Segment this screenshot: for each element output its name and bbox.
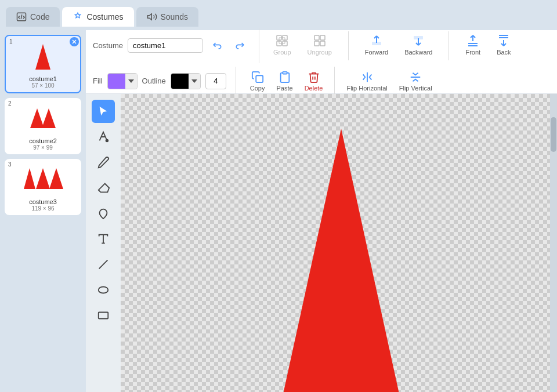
costume-name-label-1: costume1: [29, 75, 57, 82]
svg-rect-26: [99, 313, 108, 319]
flip-vertical-button[interactable]: Flip Vertical: [395, 68, 437, 94]
toolbar: Costume Group: [86, 30, 557, 94]
costume-num-3: 3: [8, 161, 12, 168]
canvas-area[interactable]: [121, 94, 557, 392]
svg-marker-1: [35, 44, 50, 70]
fill-section: Fill Outline: [93, 73, 226, 89]
canvas-background: [121, 94, 557, 392]
canvas-scrollbar[interactable]: [550, 94, 557, 392]
forward-button[interactable]: Forward: [360, 31, 393, 60]
svg-marker-3: [42, 108, 56, 128]
fill-color-swatch: [108, 74, 125, 89]
triangle-shape[interactable]: [277, 126, 405, 392]
fill-color-dropdown[interactable]: [125, 74, 137, 89]
tab-sounds[interactable]: Sounds: [136, 7, 198, 27]
flip-h-label: Flip Horizontal: [346, 85, 387, 92]
drawing-area: [86, 94, 557, 392]
outline-color-swatch: [171, 74, 189, 89]
back-button[interactable]: Back: [492, 31, 515, 60]
costume-name-input[interactable]: [128, 38, 203, 53]
svg-rect-13: [314, 41, 319, 46]
costume-size-2: 97 × 99: [33, 144, 53, 151]
ungroup-label: Ungroup: [308, 49, 332, 56]
tab-sounds-label: Sounds: [161, 12, 188, 21]
costume-size-3: 119 × 96: [31, 205, 54, 212]
eraser-tool[interactable]: [92, 176, 115, 199]
main-layout: 1 costume1 57 × 100 2 costume2 97 ×: [0, 30, 557, 392]
toolbar-divider-4: [236, 67, 236, 96]
tab-costumes[interactable]: Costumes: [62, 7, 133, 27]
costume-name-label-3: costume3: [29, 198, 57, 205]
rectangle-tool[interactable]: [92, 304, 115, 327]
costume-item-3[interactable]: 3 costume3 119 × 96: [5, 159, 81, 215]
costume-size-1: 57 × 100: [31, 82, 54, 89]
group-label: Group: [273, 49, 291, 56]
canvas-scrollbar-thumb[interactable]: [551, 117, 556, 152]
back-label: Back: [497, 49, 511, 56]
fill-color-picker[interactable]: [107, 73, 138, 89]
costume-item-1[interactable]: 1 costume1 57 × 100: [5, 35, 81, 93]
toolbar-divider-5: [334, 67, 335, 96]
action-section: Copy Paste Delete Flip Horizontal: [245, 67, 437, 96]
group-section: Group Ungroup Forward Backward: [269, 31, 516, 60]
costume-name-label-2: costume2: [29, 137, 57, 144]
copy-button[interactable]: Copy: [245, 68, 270, 94]
backward-button[interactable]: Backward: [400, 31, 437, 60]
outline-value-input[interactable]: [205, 73, 226, 89]
copy-label: Copy: [250, 85, 265, 92]
tab-code[interactable]: Code: [6, 7, 60, 27]
backward-label: Backward: [404, 49, 432, 56]
undo-button[interactable]: [208, 37, 226, 55]
svg-line-24: [99, 260, 108, 269]
toolbar-divider-1: [259, 28, 259, 63]
select-tool[interactable]: [92, 100, 115, 123]
costume-num-2: 2: [8, 100, 12, 107]
svg-marker-6: [49, 168, 63, 189]
costume-delete-1[interactable]: [70, 37, 79, 46]
ungroup-button[interactable]: Ungroup: [303, 31, 337, 60]
fill-tool[interactable]: [92, 202, 115, 225]
group-button[interactable]: Group: [269, 31, 296, 60]
svg-rect-22: [283, 71, 287, 74]
toolbar-divider-2: [348, 31, 349, 60]
front-button[interactable]: Front: [461, 31, 485, 60]
costume-thumb-2: [20, 101, 66, 136]
svg-rect-16: [414, 36, 423, 39]
svg-marker-2: [30, 108, 44, 128]
toolbar-row-2: Fill Outline: [93, 67, 550, 96]
outline-label: Outline: [142, 77, 166, 85]
tab-costumes-label: Costumes: [86, 12, 123, 21]
text-tool[interactable]: [92, 227, 115, 251]
paste-button[interactable]: Paste: [272, 68, 298, 94]
toolbar-divider-3: [449, 31, 449, 60]
tab-bar: Code Costumes Sounds: [0, 0, 557, 30]
paste-label: Paste: [277, 85, 293, 92]
delete-button[interactable]: Delete: [300, 68, 328, 94]
svg-marker-5: [36, 168, 50, 189]
pencil-tool[interactable]: [92, 151, 115, 174]
ellipse-tool[interactable]: [92, 278, 115, 302]
outline-color-dropdown[interactable]: [189, 74, 200, 89]
svg-marker-27: [280, 129, 402, 392]
front-label: Front: [465, 49, 480, 56]
costume-thumb-1: [20, 39, 66, 74]
forward-label: Forward: [365, 49, 388, 56]
delete-label: Delete: [305, 85, 323, 92]
tab-code-label: Code: [30, 12, 49, 21]
fill-label: Fill: [93, 77, 103, 85]
flip-horizontal-button[interactable]: Flip Horizontal: [342, 68, 392, 94]
reshape-tool[interactable]: [92, 125, 115, 148]
redo-button[interactable]: [231, 37, 249, 55]
editor-area: Costume Group: [86, 30, 557, 392]
outline-color-picker[interactable]: [171, 73, 201, 89]
costume-item-2[interactable]: 2 costume2 97 × 99: [5, 98, 81, 154]
svg-marker-4: [24, 168, 35, 189]
costume-num-1: 1: [9, 38, 13, 45]
flip-v-label: Flip Vertical: [399, 85, 432, 92]
svg-point-25: [99, 287, 108, 293]
svg-rect-14: [320, 41, 325, 46]
svg-point-23: [106, 140, 108, 142]
svg-rect-15: [372, 42, 381, 45]
svg-rect-21: [256, 75, 263, 82]
line-tool[interactable]: [92, 253, 115, 276]
